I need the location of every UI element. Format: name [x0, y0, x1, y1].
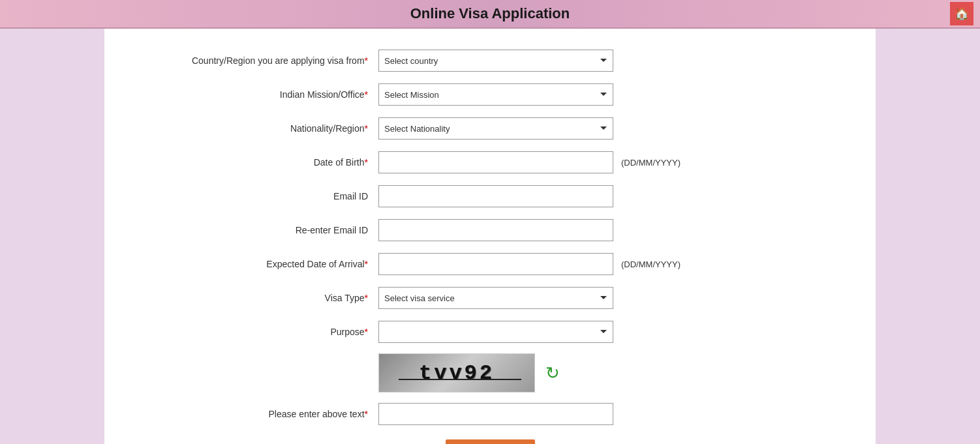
- continue-button[interactable]: Continue: [446, 439, 535, 444]
- captcha-text: tvv92: [419, 361, 495, 385]
- captcha-input-row: Please enter above text*: [130, 402, 850, 426]
- header: Online Visa Application 🏠: [0, 0, 980, 29]
- main-content: Country/Region you are applying visa fro…: [104, 29, 876, 444]
- page-title: Online Visa Application: [0, 5, 980, 22]
- country-select[interactable]: Select country: [378, 50, 613, 72]
- visa-type-label: Visa Type*: [130, 293, 378, 303]
- dob-row: Date of Birth* (DD/MM/YYYY): [130, 150, 850, 175]
- captcha-image-row: tvv92 ↻: [130, 353, 850, 392]
- email-row: Email ID: [130, 184, 850, 209]
- mission-required: *: [365, 89, 368, 100]
- purpose-row: Purpose*: [130, 319, 850, 344]
- dob-required: *: [365, 157, 368, 168]
- nationality-select[interactable]: Select Nationality: [378, 117, 613, 140]
- dob-hint: (DD/MM/YYYY): [621, 158, 681, 168]
- purpose-required: *: [365, 327, 368, 337]
- refresh-captcha-button[interactable]: ↻: [545, 363, 560, 383]
- visa-type-row: Visa Type* Select visa service: [130, 286, 850, 310]
- reenter-email-label: Re-enter Email ID: [130, 225, 378, 235]
- captcha-input[interactable]: [378, 403, 613, 425]
- arrival-row: Expected Date of Arrival* (DD/MM/YYYY): [130, 252, 850, 276]
- visa-type-select[interactable]: Select visa service: [378, 287, 613, 309]
- arrival-required: *: [365, 259, 368, 269]
- continue-row: Continue: [130, 439, 850, 444]
- mission-select[interactable]: Select Mission: [378, 83, 613, 106]
- reenter-email-row: Re-enter Email ID: [130, 218, 850, 243]
- country-required: *: [365, 55, 368, 66]
- country-label: Country/Region you are applying visa fro…: [130, 55, 378, 66]
- arrival-input[interactable]: [378, 253, 613, 275]
- visa-type-required: *: [365, 293, 368, 303]
- captcha-required: *: [365, 409, 368, 419]
- country-row: Country/Region you are applying visa fro…: [130, 48, 850, 73]
- nationality-label: Nationality/Region*: [130, 123, 378, 134]
- form-container: Country/Region you are applying visa fro…: [104, 42, 876, 444]
- reenter-email-input[interactable]: [378, 219, 613, 241]
- nationality-row: Nationality/Region* Select Nationality: [130, 116, 850, 141]
- home-icon[interactable]: 🏠: [950, 2, 973, 25]
- captcha-input-label: Please enter above text*: [130, 409, 378, 419]
- purpose-label: Purpose*: [130, 327, 378, 337]
- captcha-image: tvv92: [378, 353, 535, 392]
- email-input[interactable]: [378, 185, 613, 207]
- captcha-line: [399, 379, 521, 380]
- email-label: Email ID: [130, 191, 378, 201]
- dob-label: Date of Birth*: [130, 157, 378, 168]
- nationality-required: *: [365, 123, 368, 134]
- mission-row: Indian Mission/Office* Select Mission: [130, 82, 850, 107]
- purpose-select[interactable]: [378, 321, 613, 343]
- page-wrapper: Online Visa Application 🏠 Country/Region…: [0, 0, 980, 444]
- arrival-hint: (DD/MM/YYYY): [621, 259, 681, 269]
- dob-input[interactable]: [378, 151, 613, 173]
- arrival-label: Expected Date of Arrival*: [130, 259, 378, 269]
- mission-label: Indian Mission/Office*: [130, 89, 378, 100]
